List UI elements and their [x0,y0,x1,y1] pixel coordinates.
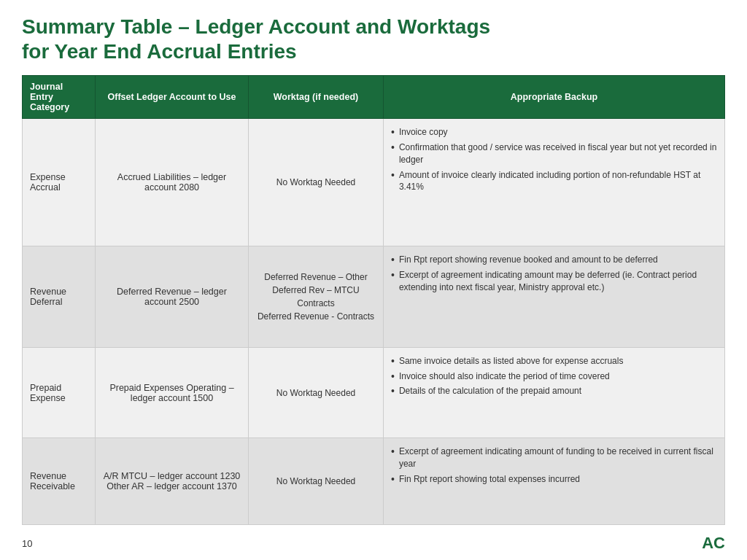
logo: AC [702,534,725,553]
backup-cell: Invoice copyConfirmation that good / ser… [384,119,725,246]
header-category: Journal Entry Category [23,76,96,119]
worktag-cell: No Worktag Needed [249,347,384,438]
category-cell: Expense Accrual [23,119,96,246]
backup-item: Amount of invoice clearly indicated incl… [391,169,717,194]
backup-cell: Excerpt of agreement indicating amount o… [384,438,725,525]
table-row: Revenue ReceivableA/R MTCU – ledger acco… [23,438,725,525]
ledger-cell: Accrued Liabilities – ledger account 208… [96,119,249,246]
ledger-cell: Prepaid Expenses Operating – ledger acco… [96,347,249,438]
table-row: Prepaid ExpensePrepaid Expenses Operatin… [23,347,725,438]
header-backup: Appropriate Backup [384,76,725,119]
backup-item: Confirmation that good / service was rec… [391,141,717,166]
backup-item: Excerpt of agreement indicating amount m… [391,269,717,294]
backup-item: Invoice copy [391,126,717,139]
page-title: Summary Table – Ledger Account and Workt… [22,15,725,63]
footer: 10 AC [22,531,725,553]
page: Summary Table – Ledger Account and Workt… [0,0,747,560]
category-cell: Prepaid Expense [23,347,96,438]
worktag-cell: No Worktag Needed [249,119,384,246]
backup-cell: Same invoice details as listed above for… [384,347,725,438]
summary-table: Journal Entry Category Offset Ledger Acc… [22,75,725,525]
category-cell: Revenue Receivable [23,438,96,525]
page-number: 10 [22,538,32,549]
backup-item: Same invoice details as listed above for… [391,355,717,368]
backup-item: Details of the calculation of the prepai… [391,385,717,397]
ledger-cell: Deferred Revenue – ledger account 2500 [96,246,249,347]
backup-item: Fin Rpt report showing total expenses in… [391,473,717,486]
backup-item: Fin Rpt report showing revenue booked an… [391,254,717,266]
backup-cell: Fin Rpt report showing revenue booked an… [384,246,725,347]
backup-item: Invoice should also indicate the period … [391,370,717,383]
table-row: Revenue DeferralDeferred Revenue – ledge… [23,246,725,347]
ledger-cell: A/R MTCU – ledger account 1230Other AR –… [96,438,249,525]
header-offset-ledger: Offset Ledger Account to Use [96,76,249,119]
table-row: Expense AccrualAccrued Liabilities – led… [23,119,725,246]
worktag-cell: No Worktag Needed [249,438,384,525]
backup-item: Excerpt of agreement indicating amount o… [391,446,717,470]
worktag-cell: Deferred Revenue – OtherDeferred Rev – M… [249,246,384,347]
header-worktag: Worktag (if needed) [249,76,384,119]
category-cell: Revenue Deferral [23,246,96,347]
